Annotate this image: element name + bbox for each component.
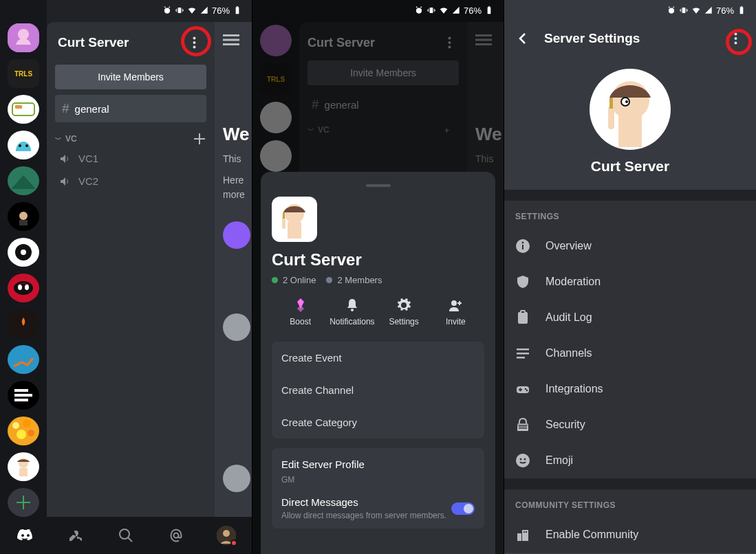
page-title: Server Settings	[544, 31, 726, 46]
tab-profile[interactable]	[217, 526, 236, 545]
server-icon[interactable]	[8, 274, 39, 302]
server-icon[interactable]	[8, 452, 39, 481]
sheet-handle[interactable]	[366, 184, 391, 187]
server-name-header[interactable]: Curt Server	[58, 35, 129, 50]
avatar	[223, 221, 250, 249]
tab-mentions[interactable]	[166, 526, 186, 545]
settings-row-moderation[interactable]: Moderation	[504, 264, 756, 300]
create-category-item[interactable]: Create Category	[272, 406, 484, 439]
sheet-server-name: Curt Server	[272, 250, 484, 269]
server-icon[interactable]	[8, 309, 39, 338]
battery-icon	[737, 5, 746, 15]
settings-row-overview[interactable]: Overview	[504, 228, 756, 264]
server-icon[interactable]	[8, 166, 39, 195]
dm-title: Direct Messages	[281, 496, 446, 508]
voice-channel[interactable]: VC2	[47, 170, 215, 192]
speaker-icon	[59, 176, 70, 187]
welcome-sub: This	[223, 152, 252, 166]
server-icon[interactable]	[8, 417, 39, 445]
voice-channel-label: VC1	[78, 153, 98, 164]
gamepad-icon	[515, 381, 530, 397]
svg-rect-49	[488, 6, 490, 7]
row-label: Security	[546, 419, 585, 431]
svg-point-22	[17, 430, 26, 439]
row-label: Integrations	[546, 383, 603, 395]
svg-rect-34	[223, 39, 239, 41]
server-icon[interactable]	[8, 345, 39, 374]
lines-icon	[515, 346, 530, 361]
server-icon[interactable]	[8, 238, 39, 267]
text-channel-general[interactable]: # general	[55, 95, 206, 122]
back-button[interactable]	[515, 31, 530, 46]
svg-point-28	[193, 37, 195, 40]
voice-category[interactable]: ﹀VC	[47, 126, 215, 147]
settings-row-audit[interactable]: Audit Log	[504, 300, 756, 335]
svg-point-10	[19, 212, 28, 220]
settings-action[interactable]: Settings	[378, 298, 430, 326]
row-label: Enable Community	[546, 529, 638, 541]
server-icon[interactable]	[8, 202, 39, 231]
add-server-button[interactable]	[8, 488, 39, 517]
add-channel-icon[interactable]	[194, 133, 205, 144]
invite-icon	[448, 298, 463, 313]
svg-rect-53	[283, 212, 285, 219]
server-name: Curt Server	[504, 158, 756, 175]
more-button[interactable]	[726, 29, 745, 48]
create-channel-item[interactable]: Create Channel	[272, 374, 484, 406]
svg-rect-18	[14, 394, 32, 397]
svg-rect-92	[526, 531, 527, 533]
voice-channel[interactable]: VC1	[47, 147, 215, 170]
server-avatar[interactable]	[590, 69, 671, 150]
tab-search[interactable]	[116, 526, 136, 545]
server-icon[interactable]	[8, 95, 39, 124]
svg-point-36	[120, 529, 129, 539]
chat-preview: We This Here more	[215, 22, 252, 517]
svg-rect-11	[19, 220, 28, 225]
welcome-sub: more	[223, 188, 252, 202]
battery-icon	[233, 5, 242, 15]
invite-action[interactable]: Invite	[430, 298, 482, 326]
action-label: Boost	[290, 317, 311, 326]
dm-toggle[interactable]	[451, 502, 475, 515]
svg-rect-58	[740, 7, 744, 14]
settings-body: Server Settings Curt Server SETTINGS Ove…	[504, 0, 756, 554]
server-list-sidebar: TRLS	[0, 0, 47, 517]
svg-rect-35	[223, 43, 239, 45]
dm-sub: Allow direct messages from server member…	[281, 511, 446, 520]
svg-rect-1	[178, 8, 182, 13]
invite-members-button[interactable]: Invite Members	[55, 65, 206, 89]
svg-point-13	[21, 250, 26, 255]
svg-point-0	[164, 8, 170, 14]
notifications-action[interactable]: Notifications	[326, 298, 378, 326]
server-icon[interactable]: TRLS	[8, 59, 39, 88]
svg-rect-17	[14, 389, 28, 392]
welcome-sub: Here	[223, 173, 252, 188]
svg-rect-6	[12, 103, 34, 115]
server-icon[interactable]	[8, 23, 39, 52]
hamburger-icon[interactable]	[223, 32, 239, 48]
settings-row-integrations[interactable]: Integrations	[504, 371, 756, 407]
action-label: Settings	[389, 317, 418, 326]
server-icon[interactable]	[8, 381, 39, 410]
settings-row-enable-community[interactable]: Enable Community	[504, 517, 756, 553]
svg-rect-70	[522, 245, 523, 250]
server-menu-button[interactable]	[184, 33, 204, 52]
tab-discord[interactable]	[16, 526, 35, 545]
create-event-item[interactable]: Create Event	[272, 342, 484, 374]
svg-rect-7	[15, 105, 22, 109]
settings-row-emoji[interactable]: Emoji	[504, 443, 756, 478]
signal-icon	[199, 5, 209, 15]
bottom-tabbar	[0, 517, 252, 554]
svg-point-16	[25, 285, 29, 290]
tab-friends[interactable]	[66, 526, 85, 545]
alarm-icon	[667, 5, 676, 15]
settings-row-security[interactable]: Security	[504, 407, 756, 443]
server-icon[interactable]	[8, 131, 39, 159]
svg-point-78	[525, 388, 527, 390]
action-label: Notifications	[330, 317, 374, 326]
settings-row-channels[interactable]: Channels	[504, 335, 756, 371]
hash-icon: #	[62, 101, 69, 116]
boost-action[interactable]: Boost	[274, 298, 326, 326]
svg-point-30	[193, 46, 195, 49]
svg-rect-74	[517, 348, 529, 351]
